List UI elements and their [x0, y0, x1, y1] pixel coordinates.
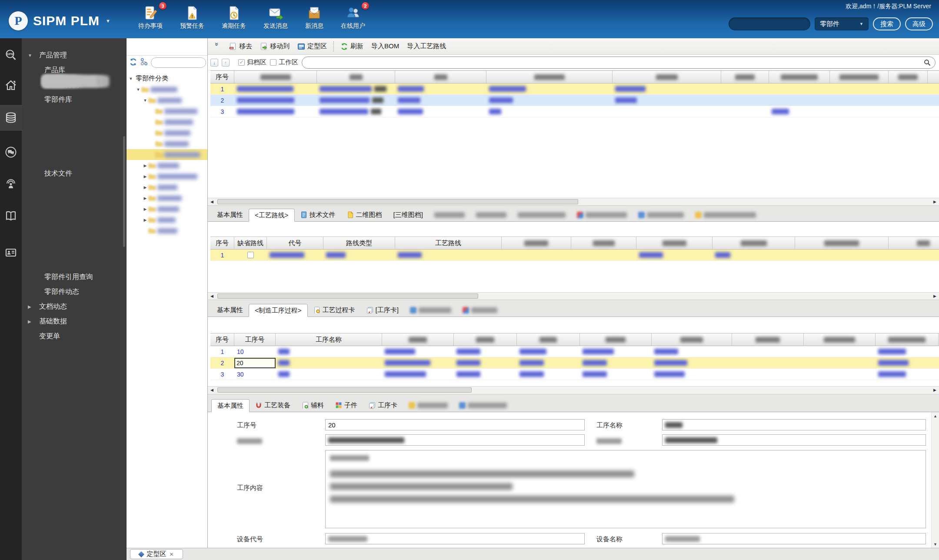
tree-node[interactable]: ▼	[127, 84, 207, 95]
tree-root-node[interactable]: ▼零部件分类	[127, 73, 207, 84]
nav-item-零部件动态[interactable]: 零部件动态	[22, 284, 126, 299]
table-row[interactable]: 3	[210, 106, 939, 117]
column-header[interactable]	[713, 237, 795, 249]
rail-item-id-card[interactable]	[0, 239, 22, 266]
tree-node-selected[interactable]	[127, 149, 207, 160]
hscroll-thumb[interactable]	[217, 387, 472, 393]
nav-item-零部件库[interactable]: 零部件库	[22, 92, 126, 107]
column-header[interactable]	[613, 71, 721, 83]
tab-制造工序过程[interactable]: <制造工序过程>	[249, 304, 308, 317]
tab-子件[interactable]: 子件	[330, 399, 363, 412]
close-icon[interactable]: ✕	[169, 551, 173, 557]
nav-item-redacted[interactable]	[22, 225, 126, 240]
tab-工艺装备[interactable]: 工艺装备	[250, 399, 296, 412]
nav-item-redacted[interactable]	[22, 151, 126, 166]
tab-工序卡[interactable]: [工序卡]	[361, 303, 404, 317]
header-action-online-users[interactable]: 2在线用户	[341, 5, 365, 30]
op-no-field[interactable]: 20	[325, 419, 585, 430]
column-header[interactable]: 路线类型	[323, 237, 395, 249]
scroll-left-arrow[interactable]: ◀	[209, 199, 215, 205]
tab-redacted[interactable]	[429, 208, 470, 221]
header-action-send-message[interactable]: 发送消息	[263, 5, 288, 30]
table-row[interactable]: 220	[210, 357, 939, 369]
tree-hierarchy-icon[interactable]	[140, 58, 148, 68]
column-header[interactable]: 序号	[210, 71, 234, 83]
header-action-todo-tasks[interactable]: 3待办事项	[138, 5, 163, 30]
column-header[interactable]: 工艺路线	[395, 237, 502, 249]
tab-基本属性[interactable]: 基本属性	[211, 399, 250, 412]
toolbar-button-import-route[interactable]: 导入工艺路线	[403, 40, 450, 52]
redacted-field[interactable]	[662, 434, 926, 446]
finalize-zone-tab[interactable]: 定型区 ✕	[130, 549, 183, 559]
work-zone-checkbox[interactable]: 工作区	[270, 58, 298, 67]
op-name-field[interactable]	[662, 419, 926, 430]
hscroll-thumb[interactable]	[217, 293, 478, 299]
tree-node[interactable]	[127, 117, 207, 127]
table-row[interactable]: 1	[210, 83, 939, 95]
column-header[interactable]: 工序名称	[276, 333, 382, 346]
nav-item-redacted[interactable]	[22, 137, 126, 151]
scroll-right-arrow[interactable]: ▶	[932, 387, 938, 393]
column-header[interactable]	[889, 237, 939, 249]
column-header[interactable]: 工序号	[234, 333, 276, 346]
toolbar-button-finalize-zone[interactable]: 定型区	[293, 40, 331, 52]
scroll-left-arrow[interactable]: ◀	[209, 293, 215, 299]
nav-item-redacted[interactable]	[22, 196, 126, 210]
tab-技术文件[interactable]: 技术文件	[295, 208, 341, 221]
tab-基本属性[interactable]: 基本属性	[211, 303, 249, 317]
archive-zone-checkbox[interactable]: ✓ 归档区	[238, 58, 266, 67]
tab-redacted[interactable]	[689, 208, 762, 221]
device-name-field[interactable]	[662, 533, 926, 544]
scroll-right-arrow[interactable]: ▶	[932, 293, 938, 299]
column-header[interactable]: 序号	[210, 333, 234, 346]
column-header[interactable]	[769, 71, 830, 83]
column-header[interactable]	[804, 333, 876, 346]
tab-工序卡[interactable]: 工序卡	[363, 399, 403, 412]
header-action-alert-tasks[interactable]: 预警任务	[180, 5, 204, 30]
column-header[interactable]	[502, 237, 571, 249]
tree-search-input[interactable]	[151, 57, 206, 68]
column-header[interactable]	[571, 237, 636, 249]
nav-item-redacted[interactable]	[22, 240, 126, 255]
rail-item-knowledge-book[interactable]	[0, 203, 22, 230]
op-no-edit-input[interactable]: 20	[234, 358, 276, 368]
rail-item-messages[interactable]	[0, 139, 22, 166]
nav-scrollbar[interactable]	[123, 136, 125, 247]
move-up-button[interactable]: ↑	[222, 59, 230, 67]
tree-node[interactable]: ▶	[127, 171, 207, 182]
tree-refresh-icon[interactable]	[129, 58, 137, 68]
column-header[interactable]	[721, 71, 769, 83]
column-header[interactable]	[889, 71, 928, 83]
column-header[interactable]	[395, 71, 486, 83]
column-header[interactable]	[928, 71, 939, 83]
column-header[interactable]	[795, 237, 889, 249]
global-search-input[interactable]	[729, 17, 810, 30]
nav-item-文档动态[interactable]: ▶文档动态	[22, 299, 126, 314]
search-button[interactable]: 搜索	[873, 17, 901, 30]
nav-item-变更单[interactable]: 变更单	[22, 329, 126, 343]
nav-item-产品管理[interactable]: ▼产品管理	[22, 48, 126, 63]
table-row[interactable]: 330	[210, 369, 939, 380]
column-header[interactable]	[830, 71, 889, 83]
tab-二维图档[interactable]: 二维图档	[341, 208, 388, 221]
nav-item-redacted[interactable]	[22, 181, 126, 196]
nav-item-redacted[interactable]	[22, 255, 126, 270]
column-header[interactable]	[486, 71, 613, 83]
move-down-button[interactable]: ↓	[210, 59, 218, 67]
column-header[interactable]	[234, 71, 317, 83]
hscroll-thumb[interactable]	[217, 199, 578, 204]
nav-item-redacted[interactable]	[22, 107, 126, 122]
column-header[interactable]	[636, 237, 713, 249]
rail-item-subscription[interactable]	[0, 170, 22, 197]
column-header[interactable]	[732, 333, 804, 346]
tab-工艺过程卡[interactable]: 工艺过程卡	[308, 303, 361, 317]
rail-item-data-library[interactable]	[0, 104, 22, 131]
redacted-field[interactable]	[325, 434, 585, 446]
nav-item-基础数据[interactable]: ▶基础数据	[22, 314, 126, 329]
table-row[interactable]: 1	[210, 250, 939, 261]
tree-node[interactable]: ▶	[127, 193, 207, 203]
scroll-down-arrow[interactable]: ▼	[932, 541, 939, 547]
toolbar-button-refresh[interactable]: 刷新	[336, 40, 367, 52]
rail-item-sipm-search[interactable]: SIPM	[0, 42, 22, 69]
tab-redacted[interactable]	[403, 399, 453, 412]
